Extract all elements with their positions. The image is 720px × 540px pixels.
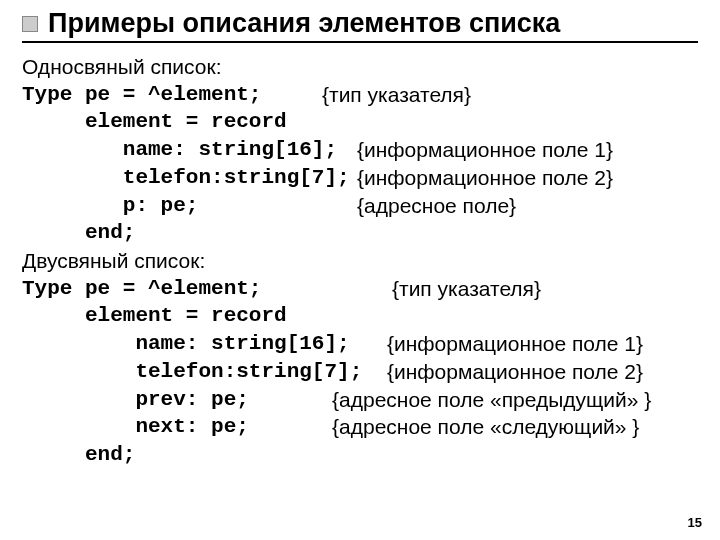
section1-label: Односвяный список:: [22, 53, 222, 81]
code-line: element = record: [22, 302, 287, 330]
slide-title: Примеры описания элементов списка: [22, 8, 698, 43]
code-comment: {адресное поле «следующий» }: [332, 413, 639, 441]
page-number: 15: [688, 515, 702, 530]
code-comment: {адресное поле}: [357, 192, 516, 220]
section2-label: Двусвяный список:: [22, 247, 205, 275]
slide-body: Односвяный список: Type pe = ^element; {…: [22, 53, 698, 469]
code-line: Type pe = ^element;: [22, 275, 392, 303]
code-line: end;: [22, 441, 135, 469]
code-line: Type pe = ^element;: [22, 81, 322, 109]
code-line: prev: pe;: [22, 386, 332, 414]
code-line: p: pe;: [22, 192, 357, 220]
code-line: name: string[16];: [22, 136, 357, 164]
title-bullet-marker: [22, 16, 38, 32]
code-line: end;: [22, 219, 135, 247]
code-line: name: string[16];: [22, 330, 387, 358]
code-comment: {информационное поле 2}: [357, 164, 613, 192]
code-line: telefon:string[7];: [22, 358, 387, 386]
code-comment: {тип указателя}: [322, 81, 471, 109]
code-comment: {адресное поле «предыдущий» }: [332, 386, 651, 414]
code-comment: {информационное поле 1}: [357, 136, 613, 164]
code-comment: {информационное поле 1}: [387, 330, 643, 358]
code-line: element = record: [22, 108, 287, 136]
code-line: next: pe;: [22, 413, 332, 441]
code-comment: {информационное поле 2}: [387, 358, 643, 386]
code-line: telefon:string[7];: [22, 164, 357, 192]
title-text: Примеры описания элементов списка: [48, 8, 560, 39]
code-comment: {тип указателя}: [392, 275, 541, 303]
